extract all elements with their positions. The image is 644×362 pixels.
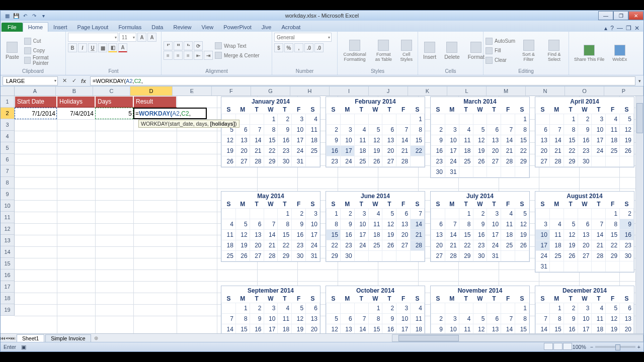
row-header-10[interactable]: 10 [1, 200, 14, 212]
ribbon-tab-powerpivot[interactable]: PowerPivot [218, 23, 257, 32]
row-header-16[interactable]: 16 [1, 269, 14, 281]
sort-filter-button[interactable]: Sort & Filter [517, 39, 540, 63]
format-as-table-button[interactable]: Format as Table [372, 39, 395, 63]
expand-formula-bar-icon[interactable]: ▾ [635, 78, 643, 83]
ribbon-ctrl-1[interactable]: ? [610, 25, 614, 32]
fx-icon[interactable]: fx [79, 76, 88, 85]
zoom-in-icon[interactable]: + [637, 344, 640, 350]
fill-color-button[interactable]: ◧ [108, 43, 117, 52]
sheet-nav-buttons[interactable]: ⏮◀▶⏭ [1, 335, 16, 341]
formula-bar[interactable]: =WORKDAY(A2,C2, [90, 76, 635, 85]
dec-indent-icon[interactable]: ⇤ [194, 51, 203, 60]
cell-C2[interactable]: 5 [95, 108, 133, 119]
find-select-button[interactable]: Find & Select [542, 39, 567, 63]
row-header-2[interactable]: 2 [1, 108, 14, 119]
ribbon-tab-data[interactable]: Data [146, 23, 168, 32]
row-header-4[interactable]: 4 [1, 131, 14, 142]
save-icon[interactable]: 💾 [13, 12, 20, 19]
col-header-G[interactable]: G [251, 86, 290, 96]
ribbon-tab-insert[interactable]: Insert [48, 23, 72, 32]
col-header-M[interactable]: M [487, 86, 526, 96]
webex-button[interactable]: WebEx [609, 44, 630, 63]
conditional-formatting-button[interactable]: Conditional Formatting [340, 39, 370, 63]
zoom-slider[interactable] [595, 346, 635, 348]
zoom-out-icon[interactable]: − [590, 344, 593, 350]
row-header-14[interactable]: 14 [1, 246, 14, 258]
font-size-combo[interactable]: 11 [119, 33, 136, 42]
row-header-5[interactable]: 5 [1, 142, 14, 154]
redo-icon[interactable]: ↷ [31, 12, 38, 19]
percent-icon[interactable]: % [284, 43, 293, 52]
ribbon-tab-review[interactable]: Review [168, 23, 196, 32]
sheet-tab-sheet1[interactable]: Sheet1 [17, 334, 44, 342]
row-header-18[interactable]: 18 [1, 293, 14, 304]
row-header-15[interactable]: 15 [1, 258, 14, 269]
header-cell-days[interactable]: Days [95, 96, 133, 108]
ribbon-ctrl-3[interactable]: ❐ [626, 25, 631, 32]
new-sheet-icon[interactable]: ⊕ [91, 335, 101, 341]
worksheet-grid[interactable]: ABCDEFGHIJKLMNOP 12345678910111213141516… [1, 86, 643, 333]
grow-font-icon[interactable]: A [137, 33, 146, 42]
name-box[interactable]: LARGE [3, 76, 58, 85]
view-buttons[interactable] [544, 343, 573, 351]
fill-button[interactable]: Fill [486, 46, 515, 55]
ribbon-tab-view[interactable]: View [197, 23, 219, 32]
align-middle-icon[interactable]: ⠛ [174, 41, 183, 50]
italic-button[interactable]: I [78, 43, 87, 52]
ribbon-tab-home[interactable]: Home [23, 22, 48, 32]
undo-icon[interactable]: ↶ [22, 12, 29, 19]
col-header-I[interactable]: I [330, 86, 369, 96]
font-family-combo[interactable] [68, 33, 118, 42]
ribbon-tab-page-layout[interactable]: Page Layout [72, 23, 114, 32]
header-cell-start-date[interactable]: Start Date [15, 96, 57, 108]
macro-record-icon[interactable]: ▣ [21, 344, 26, 350]
currency-icon[interactable]: $ [274, 43, 283, 52]
copy-button[interactable]: Copy [24, 46, 63, 55]
col-header-A[interactable]: A [15, 86, 56, 96]
ribbon-ctrl-0[interactable]: ▴ [604, 25, 607, 32]
customize-qat-icon[interactable]: ▾ [40, 12, 47, 19]
ribbon-ctrl-4[interactable]: ✕ [634, 25, 639, 32]
minimize-button[interactable]: — [598, 11, 613, 20]
font-color-button[interactable]: A [118, 43, 127, 52]
col-header-K[interactable]: K [408, 86, 447, 96]
cancel-edit-icon[interactable]: ✕ [60, 76, 69, 85]
orientation-icon[interactable]: ⟳ [194, 41, 203, 50]
row-header-6[interactable]: 6 [1, 154, 14, 165]
row-header-1[interactable]: 1 [1, 96, 14, 108]
ribbon-tab-formulas[interactable]: Formulas [113, 23, 146, 32]
col-header-N[interactable]: N [526, 86, 565, 96]
row-headers[interactable]: 12345678910111213141516171819 [1, 96, 15, 316]
share-file-button[interactable]: Share This File [571, 44, 607, 63]
row-header-17[interactable]: 17 [1, 281, 14, 293]
ribbon-tab-acrobat[interactable]: Acrobat [276, 23, 305, 32]
enter-edit-icon[interactable]: ✓ [69, 76, 78, 85]
wrap-text-button[interactable]: Wrap Text [215, 41, 260, 50]
col-header-P[interactable]: P [604, 86, 643, 96]
col-header-C[interactable]: C [93, 86, 130, 96]
vertical-scrollbar[interactable] [635, 96, 643, 333]
border-button[interactable]: ▦ [98, 43, 107, 52]
delete-cells-button[interactable]: Delete [441, 41, 462, 61]
col-header-J[interactable]: J [369, 86, 408, 96]
col-header-O[interactable]: O [565, 86, 604, 96]
ribbon-ctrl-2[interactable]: — [617, 25, 623, 32]
number-format-combo[interactable]: General [274, 33, 332, 42]
row-header-13[interactable]: 13 [1, 235, 14, 246]
row-header-7[interactable]: 7 [1, 165, 14, 177]
clear-button[interactable]: Clear [486, 56, 515, 65]
close-button[interactable]: ✕ [628, 11, 643, 20]
sheet-tab-simple-invoice[interactable]: Simple Invoice [45, 334, 91, 342]
cells-area[interactable]: Start DateHolidaysDaysResult7/1/20147/4/… [15, 96, 643, 333]
header-cell-result[interactable]: Result [133, 96, 177, 108]
cut-button[interactable]: Cut [24, 37, 63, 46]
inc-indent-icon[interactable]: ⇥ [204, 51, 213, 60]
autosum-button[interactable]: AutoSum [486, 37, 515, 46]
row-header-8[interactable]: 8 [1, 177, 14, 189]
insert-cells-button[interactable]: Insert [420, 41, 439, 61]
row-header-3[interactable]: 3 [1, 119, 14, 131]
row-header-11[interactable]: 11 [1, 212, 14, 223]
dec-decimal-icon[interactable]: .0 [314, 43, 324, 52]
bold-button[interactable]: B [68, 43, 77, 52]
row-header-9[interactable]: 9 [1, 189, 14, 200]
